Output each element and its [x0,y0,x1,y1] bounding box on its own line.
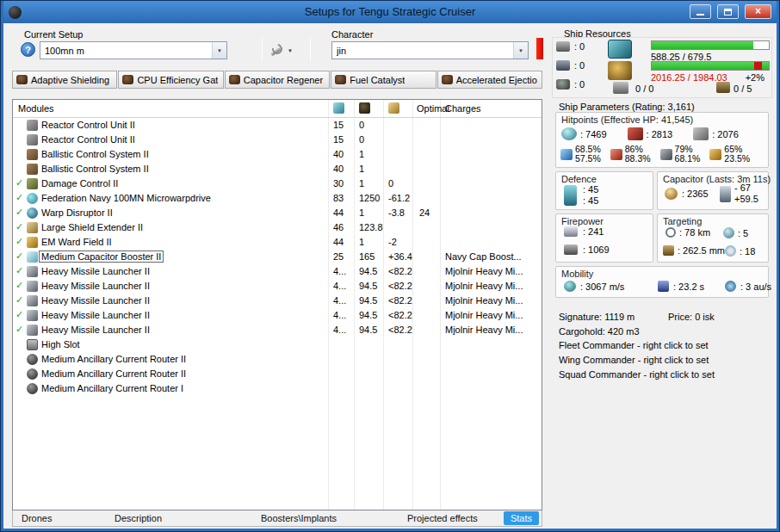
subsystem-tab-adaptive-shielding[interactable]: Adaptive Shielding [12,71,117,89]
rig-icon [27,383,38,394]
subsystem-icon [16,75,28,84]
powergrid-over-percent: +2% [746,72,765,83]
minimize-button[interactable] [690,4,711,19]
firepower-volley: : 1069 [564,244,610,255]
chevron-down-icon[interactable]: ▼ [212,42,226,59]
module-active-check-icon: ✓ [15,236,23,247]
module-capacitor-value: -3.8 [388,207,405,218]
module-cpu-value: 25 [333,251,344,262]
module-row[interactable]: High Slot [13,337,542,352]
targeting-title: Targeting [663,216,702,226]
module-cpu-value: 40 [333,164,344,174]
module-row[interactable]: ✓Heavy Missile Launcher II4...94.5<82.2M… [13,308,542,323]
speed-icon [564,281,576,292]
powergrid-alert-bar [536,38,543,59]
max-targets-icon [723,227,734,238]
cargohold-text: Cargohold: 420 m3 [559,326,640,337]
explosive-armor-resist: 23.5% [724,154,750,164]
module-row[interactable]: Medium Ancillary Current Router I [13,381,542,396]
titlebar[interactable]: Setups for Tengu Strategic Cruiser × [3,1,777,23]
module-row[interactable]: ✓Medium Capacitor Booster II25165+36.4Na… [13,250,542,264]
module-name: Medium Ancillary Current Router II [41,368,186,379]
resist-row: 68.5%57.5% 86%88.3% 79%68.1% 65%23.5% [560,145,750,164]
module-name: Reactor Control Unit II [41,120,135,130]
module-row[interactable]: Medium Ancillary Current Router II [13,352,542,367]
subsystem-tab-fuel-catalyst[interactable]: Fuel Catalyst [331,71,436,89]
module-powergrid-value: 94.5 [359,281,377,291]
module-row[interactable]: ✓Federation Navy 100MN Microwarpdrive831… [13,191,542,206]
character-select[interactable]: jin ▼ [331,41,529,59]
scan-resolution: : 262.5 mm [663,245,725,256]
tools-button[interactable]: ▼ [269,40,306,60]
module-row[interactable]: ✓Heavy Missile Launcher II4...94.5<82.2M… [13,279,542,294]
warp-speed: : 3 au/s [725,281,771,292]
bottom-tab-projected-effects[interactable]: Projected effects [407,513,478,523]
bottom-tab-stats[interactable]: Stats [504,511,539,525]
em-resist: 68.5%57.5% [560,145,601,164]
rig-slots-icon [716,82,730,93]
app-window: Setups for Tengu Strategic Cruiser × Cur… [0,0,780,532]
bottom-tab-description[interactable]: Description [115,513,162,523]
maximize-button[interactable] [717,4,739,19]
firepower-panel: Firepower : 241 : 1069 [555,213,653,263]
fleet-commander-setter[interactable]: Fleet Commander - right click to set [559,340,709,350]
subsystem-tab-cpu-efficiency-gat[interactable]: CPU Efficiency Gat [118,71,223,89]
calibration-text: 0 / 0 [635,84,653,94]
module-row[interactable]: ✓Heavy Missile Launcher II4...94.5<82.2M… [13,264,542,279]
wing-commander-setter[interactable]: Wing Commander - right click to set [559,355,709,365]
help-button[interactable]: ? [21,42,35,57]
module-active-check-icon: ✓ [15,207,23,218]
targeting-range: : 78 km [665,227,710,238]
turret-hardpoint-count: : 0 [574,41,585,52]
signature-text: Signature: 1119 m [559,312,635,322]
subsystem-tab-label: Accelerated Ejectio [456,75,537,85]
subsystem-tab-capacitor-regener[interactable]: Capacitor Regener [225,71,330,89]
module-active-check-icon: ✓ [15,265,23,276]
subsystem-tab-accelerated-ejectio[interactable]: Accelerated Ejectio [437,71,542,89]
module-row[interactable]: Medium Ancillary Current Router II [13,367,542,381]
module-active-check-icon: ✓ [15,324,23,335]
capacitor-column-icon [388,102,399,114]
close-button[interactable]: × [745,4,771,19]
module-row[interactable]: Ballistic Control System II401 [13,162,542,176]
squad-commander-setter[interactable]: Squad Commander - right click to set [559,369,715,380]
module-row[interactable]: ✓EM Ward Field II441-2 [13,235,542,250]
align-time: : 23.2 s [658,281,704,292]
cpu-icon [608,40,632,59]
setup-select[interactable]: 100mn m ▼ [40,41,227,59]
module-row[interactable]: ✓Warp Disruptor II441-3.824 [13,206,542,220]
module-row[interactable]: Reactor Control Unit II150 [13,133,542,147]
module-powergrid-value: 1 [359,164,364,174]
drone-bay-icon [556,79,570,90]
module-row[interactable]: ✓Large Shield Extender II46123.8 [13,220,542,235]
rig-slots-text: 0 / 5 [734,84,752,94]
module-capacitor-value: <82.2 [388,325,412,335]
bottom-tab-drones[interactable]: Drones [22,513,52,523]
module-row[interactable]: Reactor Control Unit II150 [13,118,542,133]
cpu-column-icon [333,102,344,114]
capacitor-panel: Capacitor (Lasts: 3m 11s) : 2365 - 67+59… [657,171,769,210]
charges-column-header: Charges [445,103,481,114]
module-cpu-value: 15 [333,134,344,145]
module-cpu-value: 46 [333,222,344,232]
module-capacitor-value: 0 [388,178,393,189]
module-row[interactable]: ✓Heavy Missile Launcher II4...94.5<82.2M… [13,323,542,337]
chevron-down-icon[interactable]: ▼ [288,48,293,53]
bottom-tab-boosters-implants[interactable]: Boosters\Implants [261,513,337,523]
firepower-dps-value: : 241 [583,226,604,237]
module-name: Heavy Missile Launcher II [41,266,150,276]
module-row[interactable]: ✓Heavy Missile Launcher II4...94.5<82.2M… [13,294,542,308]
module-cpu-value: 30 [333,178,344,189]
defence-panel: Defence : 45: 45 [555,171,653,210]
module-row[interactable]: ✓Damage Control II3010 [13,176,542,191]
module-powergrid-value: 1 [359,178,364,189]
chevron-down-icon[interactable]: ▼ [513,42,528,59]
module-name: Ballistic Control System II [41,164,149,174]
max-speed-value: : 3067 m/s [580,281,624,292]
module-cpu-value: 44 [333,237,344,247]
missile-icon [564,226,578,237]
module-row[interactable]: Ballistic Control System II401 [13,147,542,162]
powergrid-overload-marker [754,62,762,70]
targeting-range-value: : 78 km [679,227,710,238]
warp-speed-value: : 3 au/s [740,281,771,292]
